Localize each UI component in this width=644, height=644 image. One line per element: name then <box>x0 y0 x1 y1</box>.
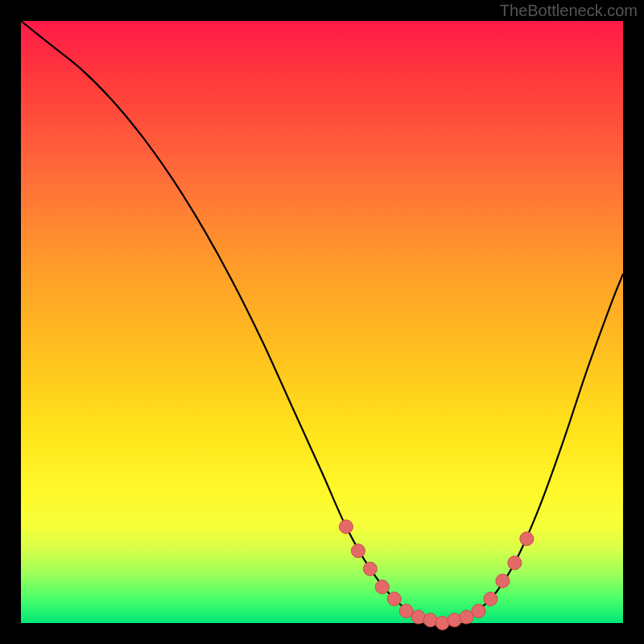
chart-marker <box>496 574 510 588</box>
chart-marker <box>472 605 485 618</box>
chart-marker <box>411 610 425 624</box>
chart-marker <box>375 580 389 594</box>
chart-marker <box>399 605 413 618</box>
chart-marker <box>387 592 401 606</box>
chart-marker <box>508 556 522 570</box>
chart-marker <box>339 520 353 534</box>
chart-marker <box>351 544 365 558</box>
chart-marker <box>484 592 497 606</box>
chart-svg <box>21 21 623 623</box>
watermark-text: TheBottleneck.com <box>500 2 638 20</box>
chart-marker <box>460 610 473 624</box>
chart-marker <box>363 562 377 576</box>
chart-marker <box>423 613 437 627</box>
chart-curve <box>21 21 623 623</box>
chart-markers <box>339 520 533 630</box>
chart-marker <box>448 613 461 627</box>
chart-marker <box>436 617 449 630</box>
chart-marker <box>520 532 534 546</box>
